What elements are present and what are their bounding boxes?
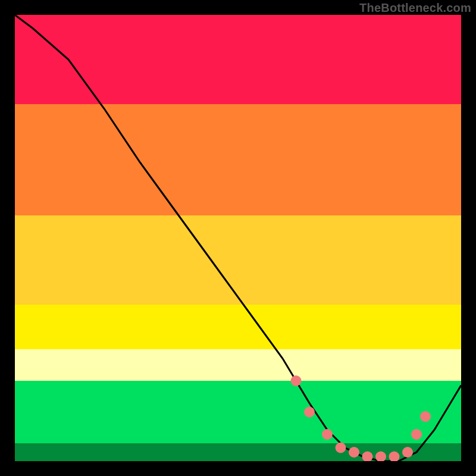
watermark-text: TheBottleneck.com	[359, 1, 471, 15]
optimal-marker	[304, 407, 315, 418]
optimal-marker	[420, 411, 431, 422]
optimal-marker	[291, 375, 302, 386]
chart-canvas	[15, 15, 461, 461]
plot-area	[15, 15, 461, 461]
optimal-marker	[402, 447, 413, 458]
chart-frame: TheBottleneck.com	[0, 0, 476, 476]
optimal-marker	[322, 429, 333, 440]
optimal-marker	[411, 429, 422, 440]
optimal-marker	[349, 447, 359, 458]
gradient-background	[15, 15, 461, 461]
optimal-marker	[336, 443, 346, 453]
